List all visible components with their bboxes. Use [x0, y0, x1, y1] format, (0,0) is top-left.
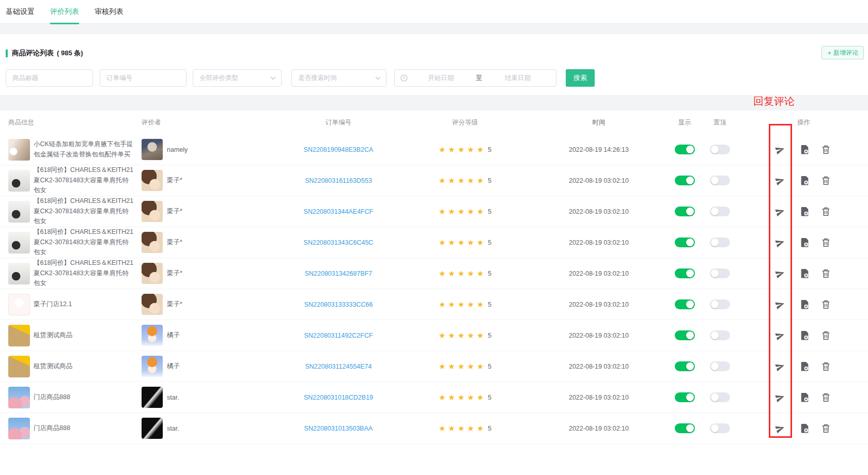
trash-icon [822, 361, 830, 371]
pin-cell [707, 382, 733, 413]
delete-button[interactable] [818, 227, 833, 258]
order-number-input[interactable] [100, 69, 187, 87]
show-toggle[interactable] [675, 268, 695, 278]
product-image [8, 325, 30, 346]
order-number-link[interactable]: SN2208031344AE4FCF [304, 208, 374, 215]
show-toggle[interactable] [675, 423, 695, 433]
document-add-button[interactable] [797, 134, 812, 165]
star-icons: ★★★★★ [439, 208, 486, 215]
delete-button[interactable] [818, 134, 833, 165]
add-review-button[interactable]: + 新增评论 [822, 46, 864, 59]
order-number-link[interactable]: SN2208031013503BAA [304, 425, 373, 432]
tab-bar: 基础设置评价列表审核列表 [0, 0, 868, 24]
chevron-down-icon [270, 76, 276, 80]
pin-toggle[interactable] [710, 330, 730, 340]
pin-toggle[interactable] [710, 176, 730, 185]
delete-button[interactable] [818, 382, 833, 413]
order-number-link[interactable]: SN2208031342687BF7 [305, 270, 373, 277]
rating-cell: ★★★★★ 5 [429, 134, 501, 165]
date-range-picker[interactable]: 开始日期 至 结束日期 [394, 69, 556, 87]
pin-toggle[interactable] [710, 145, 730, 154]
reply-button[interactable] [772, 413, 788, 444]
toggle-knob [686, 393, 694, 401]
product-title-input[interactable] [6, 69, 93, 87]
order-number-link[interactable]: SN22080311492C2FCF [304, 332, 373, 339]
order-cell: SN22080311492C2FCF [279, 320, 398, 351]
trash-icon [822, 330, 830, 340]
delete-button[interactable] [818, 165, 833, 196]
pin-toggle[interactable] [710, 392, 730, 402]
toggle-knob [686, 424, 694, 432]
reviewer-avatar [142, 418, 163, 439]
tab-审核列表[interactable]: 审核列表 [95, 0, 123, 24]
document-add-button[interactable] [797, 258, 812, 289]
product-cell: 租赁测试商品 [8, 351, 135, 382]
reply-button[interactable] [772, 134, 788, 165]
delete-button[interactable] [818, 351, 833, 382]
rating-value: 5 [488, 301, 491, 308]
order-number-link[interactable]: SN2208031343C6C45C [304, 239, 374, 246]
order-number-link[interactable]: SN220803161163D553 [305, 177, 372, 184]
delete-button[interactable] [818, 320, 833, 351]
product-cell: 【618同价】CHARLES＆KEITH21夏CK2-30781483大容量单肩… [8, 196, 135, 227]
product-image [8, 232, 30, 254]
reply-button[interactable] [772, 382, 788, 413]
toggle-knob [686, 146, 694, 153]
reviewer-name: 栗子* [167, 176, 182, 185]
show-toggle[interactable] [675, 145, 695, 154]
document-add-button[interactable] [797, 351, 812, 382]
document-add-button[interactable] [797, 289, 812, 320]
document-add-button[interactable] [797, 227, 812, 258]
order-cell: SN2208031343C6C45C [279, 227, 398, 258]
show-toggle[interactable] [675, 361, 695, 371]
delete-button[interactable] [818, 413, 833, 444]
pin-toggle[interactable] [710, 423, 730, 433]
order-number-link[interactable]: SN2208190948E3B2CA [304, 146, 374, 153]
show-toggle[interactable] [675, 392, 695, 402]
show-toggle[interactable] [675, 207, 695, 216]
tab-基础设置[interactable]: 基础设置 [6, 0, 35, 24]
reply-button[interactable] [772, 351, 788, 382]
delete-button[interactable] [818, 196, 833, 227]
pin-toggle[interactable] [710, 207, 730, 216]
review-type-select[interactable]: 全部评价类型 [193, 69, 282, 87]
pin-toggle[interactable] [710, 361, 730, 371]
document-add-button[interactable] [797, 165, 812, 196]
show-toggle[interactable] [675, 299, 695, 309]
toggle-knob [686, 208, 694, 215]
pin-toggle[interactable] [710, 237, 730, 247]
reply-button[interactable] [772, 196, 788, 227]
pin-toggle[interactable] [710, 299, 730, 309]
order-number-link[interactable]: SN2208031124554E74 [305, 363, 371, 370]
document-add-icon [800, 145, 809, 154]
tab-评价列表[interactable]: 评价列表 [50, 0, 79, 24]
search-button[interactable]: 搜索 [566, 69, 595, 87]
toggle-knob [711, 300, 719, 308]
document-add-button[interactable] [797, 320, 812, 351]
pin-toggle[interactable] [710, 268, 730, 278]
reply-button[interactable] [772, 289, 788, 320]
paper-plane-icon [773, 236, 786, 249]
search-time-select[interactable]: 是否搜索时间 [291, 69, 386, 87]
paper-plane-icon [773, 391, 786, 404]
show-toggle[interactable] [675, 237, 695, 247]
show-toggle[interactable] [675, 176, 695, 185]
reply-button[interactable] [772, 258, 788, 289]
reply-button[interactable] [772, 227, 788, 258]
product-image [8, 263, 30, 284]
paper-plane-icon [773, 205, 786, 218]
reply-button[interactable] [772, 320, 788, 351]
document-add-button[interactable] [797, 382, 812, 413]
table-row: 【618同价】CHARLES＆KEITH21夏CK2-30781483大容量单肩… [0, 196, 868, 227]
order-number-link[interactable]: SN220803133333CC66 [304, 301, 373, 308]
rating-value: 5 [488, 208, 491, 215]
reply-button[interactable] [772, 165, 788, 196]
delete-button[interactable] [818, 258, 833, 289]
order-number-link[interactable]: SN2208031018CD2B19 [304, 394, 373, 401]
header-rating: 评分等级 [429, 110, 501, 134]
document-add-button[interactable] [797, 413, 812, 444]
document-add-button[interactable] [797, 196, 812, 227]
show-toggle[interactable] [675, 330, 695, 340]
reviewer-cell: 栗子* [142, 196, 219, 227]
delete-button[interactable] [818, 289, 833, 320]
